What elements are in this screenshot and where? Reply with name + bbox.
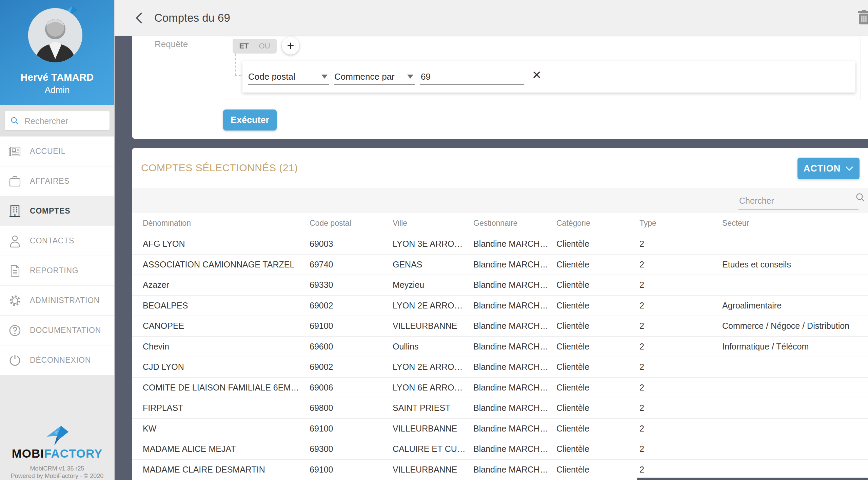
column-header[interactable]: Gestionnaire bbox=[473, 219, 556, 228]
table-row[interactable]: AFG LYON69003LYON 3E ARRON…Blandine MARC… bbox=[132, 234, 868, 255]
remove-condition-button[interactable]: ✕ bbox=[529, 67, 545, 83]
table-search-input[interactable] bbox=[738, 192, 860, 210]
table-cell: Informatique / Télécom bbox=[722, 342, 868, 352]
chevron-down-icon bbox=[321, 75, 328, 79]
table-row[interactable]: BEOALPES69002LYON 2E ARRON…Blandine MARC… bbox=[132, 296, 868, 316]
sidebar-item-comptes[interactable]: COMPTES bbox=[0, 196, 114, 226]
table-cell: 69330 bbox=[310, 280, 393, 290]
value-input[interactable] bbox=[420, 71, 524, 82]
table-row[interactable]: KW69100VILLEURBANNEBlandine MARCH…Client… bbox=[132, 419, 868, 439]
table-toolbar bbox=[132, 188, 868, 213]
table-cell: Clientèle bbox=[556, 301, 639, 311]
table-cell: Meyzieu bbox=[393, 280, 473, 290]
table-cell: CALUIRE ET CUI… bbox=[393, 444, 473, 454]
table-cell: Clientèle bbox=[556, 383, 639, 393]
chevron-down-icon bbox=[407, 75, 413, 79]
table-cell: LYON 3E ARRON… bbox=[393, 239, 473, 249]
sidebar-item-label: CONTACTS bbox=[30, 236, 74, 245]
sidebar-item-affaires[interactable]: AFFAIRES bbox=[0, 166, 114, 196]
action-button[interactable]: ACTION bbox=[797, 158, 860, 179]
table-cell: 69600 bbox=[310, 342, 393, 352]
sidebar-item-contacts[interactable]: CONTACTS bbox=[0, 226, 114, 256]
table-row[interactable]: COMITE DE LIAISON FAMILIALE 6EME ARR…690… bbox=[132, 378, 868, 398]
table-row[interactable]: CJD LYON69002LYON 2E ARRON…Blandine MARC… bbox=[132, 357, 868, 378]
table-body: AFG LYON69003LYON 3E ARRON…Blandine MARC… bbox=[132, 234, 868, 480]
page-title: Comptes du 69 bbox=[154, 0, 230, 36]
horizontal-scrollbar[interactable] bbox=[637, 478, 868, 480]
table-row[interactable]: Chevin69600OullinsBlandine MARCH…Clientè… bbox=[132, 337, 868, 357]
sidebar-item-deconnexion[interactable]: DÉCONNEXION bbox=[0, 345, 114, 375]
sidebar-search-box[interactable] bbox=[5, 111, 110, 130]
table-cell: 2 bbox=[639, 301, 722, 311]
sidebar-item-label: COMPTES bbox=[30, 206, 70, 216]
operator-et-button[interactable]: ET bbox=[239, 42, 249, 51]
app-version: MobiCRM v1.36 r25 bbox=[0, 465, 114, 472]
column-header[interactable]: Code postal bbox=[310, 219, 393, 228]
query-section: Requête ET OU + Code postal Commence par… bbox=[132, 36, 868, 139]
trash-button[interactable] bbox=[856, 9, 868, 26]
gear-icon bbox=[8, 294, 22, 307]
table-cell: Oullins bbox=[393, 342, 473, 352]
column-header[interactable]: Type bbox=[639, 219, 722, 228]
sidebar-item-label: DOCUMENTATION bbox=[30, 326, 101, 335]
query-group-box: ET OU + Code postal Commence par ✕ bbox=[224, 37, 861, 100]
table-cell: Agroalimentaire bbox=[722, 301, 868, 311]
table-cell: Blandine MARCH… bbox=[473, 465, 556, 475]
table-cell: 69006 bbox=[310, 383, 393, 393]
table-cell: 2 bbox=[639, 465, 722, 475]
back-button[interactable] bbox=[132, 11, 146, 25]
sidebar-item-accueil[interactable]: ACCUEIL bbox=[0, 137, 114, 166]
column-header[interactable]: Secteur bbox=[722, 219, 868, 228]
table-cell: Blandine MARCH… bbox=[473, 321, 556, 331]
table-row[interactable]: Azazer69330MeyzieuBlandine MARCH…Clientè… bbox=[132, 275, 868, 296]
value-field[interactable] bbox=[420, 69, 524, 85]
column-header[interactable]: Dénomination bbox=[143, 219, 310, 228]
sidebar-nav: ACCUEIL AFFAIRES COMPTES CONTACTS REPORT… bbox=[0, 136, 114, 375]
query-label: Requête bbox=[155, 39, 188, 49]
table-cell: 2 bbox=[639, 383, 722, 393]
powered-by: Powered by MobiFactory - © 2020 bbox=[0, 473, 114, 480]
execute-button[interactable]: Exécuter bbox=[223, 109, 277, 131]
table-cell: COMITE DE LIAISON FAMILIALE 6EME ARR… bbox=[143, 383, 310, 393]
table-cell: VILLEURBANNE bbox=[393, 424, 473, 434]
sidebar-item-administration[interactable]: ADMINISTRATION bbox=[0, 286, 114, 316]
field-select[interactable]: Code postal bbox=[248, 69, 329, 85]
sidebar-search-input[interactable] bbox=[24, 111, 103, 131]
chevron-down-icon bbox=[845, 166, 853, 171]
table-cell: Clientèle bbox=[556, 342, 639, 352]
table-cell: 69740 bbox=[310, 260, 393, 269]
table-row[interactable]: FIRPLAST69800SAINT PRIESTBlandine MARCH…… bbox=[132, 398, 868, 419]
table-cell: Clientèle bbox=[556, 444, 639, 454]
table-cell: Blandine MARCH… bbox=[473, 301, 556, 311]
table-cell: CJD LYON bbox=[143, 362, 310, 372]
table-row[interactable]: MADAME ALICE MEJAT69300CALUIRE ET CUI…Bl… bbox=[132, 439, 868, 460]
column-header[interactable]: Ville bbox=[393, 219, 473, 228]
sidebar-item-label: DÉCONNEXION bbox=[30, 356, 91, 365]
sidebar-item-reporting[interactable]: REPORTING bbox=[0, 256, 114, 286]
column-header[interactable]: Catégorie bbox=[556, 219, 639, 228]
table-cell: 69002 bbox=[310, 301, 393, 311]
table-cell: Blandine MARCH… bbox=[473, 239, 556, 249]
table-cell: Blandine MARCH… bbox=[473, 383, 556, 393]
avatar[interactable] bbox=[28, 8, 82, 62]
table-cell: Clientèle bbox=[556, 362, 639, 372]
chevron-left-icon bbox=[135, 12, 143, 24]
table-row[interactable]: MADAME CLAIRE DESMARTIN69100VILLEURBANNE… bbox=[132, 460, 868, 480]
power-icon bbox=[8, 354, 22, 367]
table-cell: 69300 bbox=[310, 444, 393, 454]
table-cell: 2 bbox=[639, 260, 722, 269]
table-row[interactable]: CANOPEE69100VILLEURBANNEBlandine MARCH…C… bbox=[132, 316, 868, 337]
newspaper-icon bbox=[8, 145, 22, 158]
table-cell: Clientèle bbox=[556, 260, 639, 269]
table-search-box[interactable] bbox=[738, 192, 859, 210]
sidebar-item-documentation[interactable]: DOCUMENTATION bbox=[0, 316, 114, 345]
operator-select-value: Commence par bbox=[334, 72, 395, 82]
operator-select[interactable]: Commence par bbox=[334, 69, 415, 85]
search-icon[interactable] bbox=[855, 192, 865, 202]
operator-ou-button[interactable]: OU bbox=[259, 42, 270, 51]
add-condition-button[interactable]: + bbox=[282, 37, 299, 55]
table-row[interactable]: ASSOCIATION CAMIONNAGE TARZEL69740GENASB… bbox=[132, 255, 868, 275]
table-cell: Clientèle bbox=[556, 321, 639, 331]
table-cell: KW bbox=[143, 424, 310, 434]
table-cell: 2 bbox=[639, 280, 722, 290]
